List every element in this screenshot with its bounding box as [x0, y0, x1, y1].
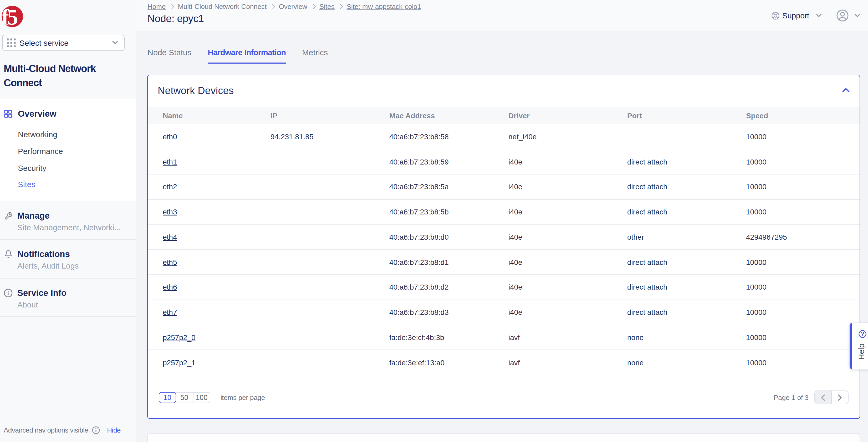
svg-text:f5: f5	[2, 6, 17, 27]
